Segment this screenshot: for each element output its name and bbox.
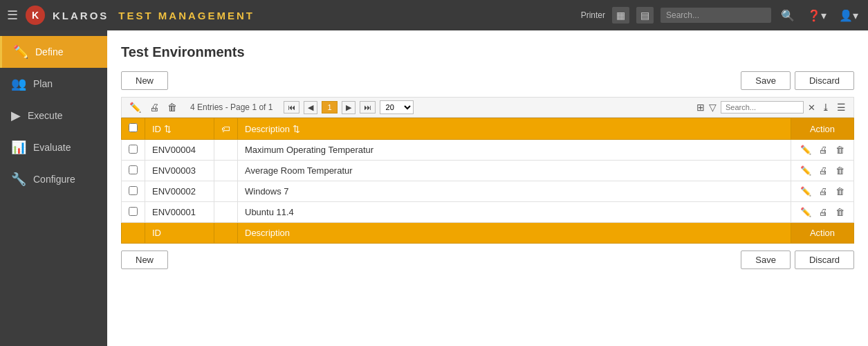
data-table: ID ⇅ 🏷 Description ⇅ Action (121, 118, 854, 244)
clear-search-button[interactable]: ✕ (808, 102, 815, 113)
next-page-button[interactable]: ▶ (342, 101, 355, 114)
svg-text:K: K (32, 10, 39, 21)
select-all-checkbox[interactable] (129, 123, 138, 132)
description-col-label: Description (245, 124, 290, 134)
sidebar-item-define[interactable]: ✏️ Define (0, 36, 107, 68)
row-description: Ubuntu 11.4 (238, 202, 791, 223)
row-checkbox-col[interactable] (122, 202, 145, 223)
new-button-top[interactable]: New (121, 71, 168, 90)
print-row-icon[interactable]: 🖨 (817, 165, 830, 176)
bottom-toolbar: New Save Discard (121, 251, 854, 269)
row-actions: ✏️ 🖨 🗑 (791, 202, 854, 223)
prev-page-button[interactable]: ◀ (304, 101, 317, 114)
discard-button-bottom[interactable]: Discard (795, 251, 854, 269)
first-page-button[interactable]: ⏮ (284, 101, 299, 113)
sidebar: ✏️ Define 👥 Plan ▶ Execute 📊 Evaluate 🔧 … (0, 30, 107, 346)
table-row: ENV00001 Ubuntu 11.4 ✏️ 🖨 🗑 (122, 202, 854, 223)
printer-grid-icon[interactable]: ▦ (612, 7, 629, 24)
define-icon: ✏️ (13, 44, 28, 60)
row-actions: ✏️ 🖨 🗑 (791, 181, 854, 202)
sidebar-item-configure[interactable]: 🔧 Configure (0, 163, 107, 195)
print-row-icon[interactable]: 🖨 (817, 185, 830, 197)
save-button-top[interactable]: Save (741, 71, 791, 90)
plan-icon: 👥 (11, 76, 26, 91)
print-icon[interactable]: 🖨 (147, 100, 161, 114)
footer-check-col (122, 223, 145, 244)
edit-icon[interactable]: ✏️ (798, 144, 813, 156)
edit-icon[interactable]: ✏️ (798, 206, 813, 218)
sidebar-item-configure-label: Configure (33, 174, 75, 185)
row-actions: ✏️ 🖨 🗑 (791, 161, 854, 181)
logo-icon: K (25, 5, 46, 26)
table-search-input[interactable] (721, 101, 804, 113)
table-row: ENV00003 Average Room Temperatur ✏️ 🖨 🗑 (122, 161, 854, 181)
export-icons: ⤓ ☰ (820, 100, 848, 114)
last-page-button[interactable]: ⏭ (360, 101, 376, 113)
print-row-icon[interactable]: 🖨 (817, 206, 830, 218)
save-button-bottom[interactable]: Save (741, 251, 791, 269)
sidebar-item-evaluate[interactable]: 📊 Evaluate (0, 131, 107, 163)
user-icon[interactable]: 👤▾ (836, 8, 861, 24)
table-controls: ✏️ 🖨 🗑 4 Entries - Page 1 of 1 ⏮ ◀ 1 ▶ ⏭… (121, 97, 854, 118)
entries-info: 4 Entries - Page 1 of 1 (190, 102, 273, 112)
top-navigation: ☰ K KLAROS TEST MANAGEMENT Printer ▦ ▤ 🔍… (0, 0, 868, 30)
app-title: TEST MANAGEMENT (118, 10, 255, 21)
row-checkbox[interactable] (129, 165, 138, 174)
table-row: ENV00004 Maximum Operating Temperatur ✏️… (122, 140, 854, 161)
new-button-bottom[interactable]: New (121, 251, 168, 269)
sidebar-item-define-label: Define (35, 46, 63, 57)
edit-icon[interactable]: ✏️ (798, 165, 813, 176)
edit-icon[interactable]: ✏️ (798, 185, 813, 197)
print-row-icon[interactable]: 🖨 (817, 144, 830, 156)
export-icon[interactable]: ⤓ (820, 100, 832, 114)
table-footer-row: ID Description Action (122, 223, 854, 244)
sidebar-item-plan[interactable]: 👥 Plan (0, 68, 107, 100)
per-page-select[interactable]: 20 50 100 (380, 100, 414, 114)
discard-button-top[interactable]: Discard (795, 71, 854, 90)
sidebar-item-plan-label: Plan (33, 78, 53, 89)
delete-row-icon[interactable]: 🗑 (833, 206, 847, 218)
columns-icon[interactable]: ☰ (835, 100, 848, 114)
tag-col-icon: 🏷 (221, 124, 230, 134)
row-actions: ✏️ 🖨 🗑 (791, 140, 854, 161)
delete-row-icon[interactable]: 🗑 (833, 185, 847, 197)
row-tag (214, 140, 238, 161)
main-layout: ✏️ Define 👥 Plan ▶ Execute 📊 Evaluate 🔧 … (0, 30, 868, 346)
filter-icon[interactable]: ▽ (709, 102, 717, 113)
row-checkbox[interactable] (129, 145, 138, 154)
current-page-button[interactable]: 1 (322, 101, 337, 113)
row-id: ENV00004 (145, 140, 214, 161)
row-checkbox[interactable] (129, 207, 138, 216)
sidebar-item-execute-label: Execute (28, 110, 63, 121)
table-row: ENV00002 Windows 7 ✏️ 🖨 🗑 (122, 181, 854, 202)
hamburger-icon[interactable]: ☰ (7, 8, 18, 23)
search-icon[interactable]: 🔍 (778, 8, 797, 24)
header-id-col[interactable]: ID ⇅ (145, 118, 214, 140)
global-search-input[interactable] (661, 8, 771, 23)
configure-icon: 🔧 (11, 172, 26, 187)
delete-row-icon[interactable]: 🗑 (833, 165, 847, 176)
delete-row-icon[interactable]: 🗑 (833, 144, 847, 156)
header-checkbox-col[interactable] (122, 118, 145, 140)
header-action-col: Action (791, 118, 854, 140)
row-id: ENV00002 (145, 181, 214, 202)
row-checkbox[interactable] (129, 186, 138, 195)
printer-label: Printer (581, 10, 605, 20)
table-header-row: ID ⇅ 🏷 Description ⇅ Action (122, 118, 854, 140)
printer-list-icon[interactable]: ▤ (636, 7, 654, 24)
header-description-col[interactable]: Description ⇅ (238, 118, 791, 140)
id-sort-icon[interactable]: ⇅ (164, 124, 172, 134)
row-description: Windows 7 (238, 181, 791, 202)
sidebar-item-execute[interactable]: ▶ Execute (0, 100, 107, 131)
edit-all-icon[interactable]: ✏️ (127, 100, 143, 114)
help-icon[interactable]: ❓▾ (804, 8, 829, 24)
row-checkbox-col[interactable] (122, 161, 145, 181)
top-toolbar: New Save Discard (121, 71, 854, 90)
description-sort-icon[interactable]: ⇅ (293, 124, 300, 134)
row-checkbox-col[interactable] (122, 140, 145, 161)
delete-all-icon[interactable]: 🗑 (165, 100, 179, 114)
group-icon[interactable]: ⊞ (696, 102, 705, 113)
header-tag-col[interactable]: 🏷 (214, 118, 238, 140)
content-area: Test Environments New Save Discard ✏️ 🖨 … (107, 30, 868, 346)
row-checkbox-col[interactable] (122, 181, 145, 202)
